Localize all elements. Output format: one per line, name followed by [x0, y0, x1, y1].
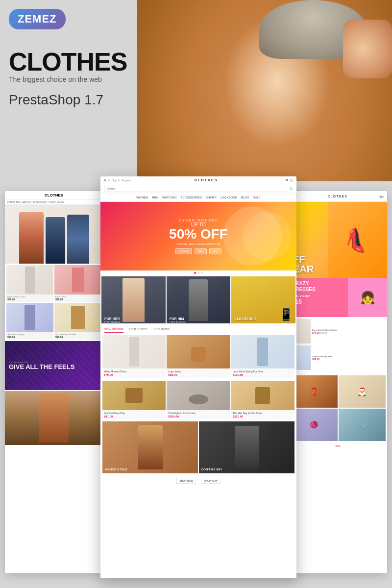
zemez-logo: ZEMEZ	[18, 13, 57, 25]
left-product-1: White Monaco Dress $78.00	[6, 265, 53, 302]
cat-sub-for-her: From 50 Items	[104, 320, 120, 323]
cat-for-her[interactable]: FOR HER From 50 Items	[101, 276, 166, 323]
product-card-1[interactable]: White Monaco Dress $79.00	[102, 335, 166, 378]
shop-now-btn-1[interactable]: SHOP NOW	[176, 478, 196, 484]
clothes-title-area: CLOTHES The biggest choice on the web Pr…	[9, 49, 127, 108]
center-img-winters-tale[interactable]: WINTER'S TALE	[102, 421, 198, 473]
center-top-logo: CLOTHES	[195, 178, 218, 182]
product-img-2	[167, 335, 230, 368]
hand-decoration	[343, 20, 392, 78]
product-name-4: Fashion Dress Bag	[104, 412, 164, 415]
cat-label-for-him: FOR HIM	[170, 317, 184, 320]
product-name-2: Logo Jeans	[168, 370, 228, 373]
menu-sale[interactable]: SALE	[253, 196, 260, 199]
menu-shirts[interactable]: SHIRTS	[206, 196, 217, 199]
left-product-img-3	[6, 303, 53, 332]
search-input[interactable]	[104, 186, 287, 192]
left-feels-section: BE DIFFERENT GIVE ALL THE FEELS	[5, 341, 103, 390]
left-product-img-4	[54, 303, 101, 332]
menu-blog[interactable]: BLOG	[241, 196, 249, 199]
dot-2[interactable]	[197, 272, 199, 274]
store-name: CLOTHES	[9, 49, 127, 74]
product-name-5: The Brighton For Income	[168, 412, 228, 415]
cat-sub-for-him: From 50 Items	[170, 320, 185, 323]
menu-women[interactable]: WOMEN	[136, 196, 148, 199]
left-logo: CLOTHES	[45, 193, 63, 197]
screen-right: ☎ ✉ CLOTHES ♡⇄🛒 👠 FFEAR 👧 CRAZYDRESSESGi…	[289, 191, 387, 573]
person-silhouette-3	[67, 215, 89, 264]
product-img-6	[231, 381, 294, 410]
cat-label-clearance: CLEARANCE	[234, 317, 256, 320]
shop-now-btn-2[interactable]: SHOP NOW	[201, 478, 220, 484]
search-button-mini[interactable]: 🔍	[290, 187, 293, 190]
menu-men[interactable]: MEN	[152, 196, 158, 199]
banner-btn-ads[interactable]: ADS	[209, 248, 221, 254]
right-logo: CLOTHES	[327, 195, 347, 198]
product-img-3	[231, 335, 294, 368]
platform-label: PrestaShop 1.7	[9, 92, 127, 108]
banner-btn-men[interactable]: MEN	[195, 248, 207, 254]
product-name-1: White Monaco Dress	[104, 370, 164, 373]
menu-watches[interactable]: WATCHES	[162, 196, 176, 199]
cat-clearance[interactable]: 📱 CLEARANCE	[231, 276, 295, 323]
left-product-grid: White Monaco Dress $78.00 Floral Dress $…	[5, 264, 103, 341]
product-price-3: $120.00	[233, 373, 293, 376]
dot-1[interactable]	[194, 272, 196, 274]
feels-headline: GIVE ALL THE FEELS	[9, 364, 99, 370]
center-top-bar: ☎ ✉ Sign In Register CLOTHES ♡ ⇄ 🛒	[100, 176, 296, 184]
winters-tale-label: WINTER'S TALE	[105, 468, 127, 471]
product-card-4[interactable]: Fashion Dress Bag $41.00	[102, 381, 166, 419]
left-product-4: NQ Freedom Embroider $90.00	[54, 303, 101, 340]
left-product-3: Maxi Floral Romper $60.00	[6, 303, 53, 340]
dot-3[interactable]	[201, 272, 203, 274]
tab-best-sellers[interactable]: Best Sellers	[129, 327, 147, 333]
product-card-5[interactable]: The Brighton For Income $204.00	[167, 381, 230, 419]
clothing-silhouette	[25, 267, 35, 294]
compare-icon: ⇄	[286, 178, 288, 182]
cart-icon: 🛒	[290, 178, 294, 182]
tab-sale-items[interactable]: Sale Items	[153, 327, 170, 333]
banner-discount: 50% OFF	[169, 227, 228, 241]
banner-cyber-tag: CYBER MONDAY	[169, 219, 228, 222]
left-screen-header: CLOTHES	[5, 191, 103, 200]
product-img-4	[102, 381, 166, 410]
cat-for-him[interactable]: FOR HIM From 50 Items	[167, 276, 231, 323]
product-img-1	[102, 335, 166, 368]
banner-dots	[100, 270, 296, 275]
clothing-silhouette-3	[24, 305, 35, 330]
right-photo-3: 🧶	[291, 409, 338, 441]
screens-container: CLOTHES WOMEN MEN WATCHES ACCESSORIES SH…	[5, 176, 387, 588]
menu-accessories[interactable]: ACCESSORIES	[181, 196, 202, 199]
left-product-img-2	[54, 265, 101, 294]
left-nav-mini: WOMEN MEN WATCHES ACCESSORIES SHIRTS LOO…	[5, 200, 103, 205]
cat-label-for-her: FOR HER	[104, 317, 120, 320]
center-bottom-images: WINTER'S TALE DON'T BE SHY	[100, 420, 296, 474]
store-tagline: The biggest choice on the web	[9, 75, 127, 83]
right-photo-1: 🧣	[291, 375, 338, 408]
right-favorites-label: rites.	[289, 442, 387, 449]
screen-left: CLOTHES WOMEN MEN WATCHES ACCESSORIES SH…	[5, 191, 103, 573]
right-hero-section: 👠 FFEAR	[289, 202, 387, 278]
banner-btn-women[interactable]: WOMEN	[175, 248, 192, 254]
right-price-2: $39.00	[312, 358, 385, 361]
product-img-5	[167, 381, 230, 410]
product-card-2[interactable]: Logo Jeans $55.00	[167, 335, 230, 378]
center-menu-bar: WOMEN MEN WATCHES ACCESSORIES SHIRTS LOO…	[100, 193, 296, 202]
product-card-3[interactable]: Lace White Spring For Bear $120.00	[231, 335, 294, 378]
search-bar: 🔍	[100, 184, 296, 193]
right-product-item-2[interactable]: Superior Stretchy Basic $39.00	[291, 345, 385, 370]
clothing-silhouette-2	[72, 268, 84, 292]
right-crazy-section: 👧 CRAZYDRESSESGirls & Baby $15	[289, 278, 387, 317]
tab-new-arrivals[interactable]: New arrivals	[104, 327, 123, 333]
person-figure	[39, 393, 69, 442]
menu-lookbook[interactable]: LOOKBOOK	[220, 196, 237, 199]
product-card-6[interactable]: The Ellie Bag by The Alone $220.00	[231, 381, 294, 419]
center-top-icons: ♡ ⇄ 🛒	[281, 178, 294, 182]
product-price-1: $79.00	[104, 373, 164, 376]
center-img-dont-be-shy[interactable]: DON'T BE SHY	[199, 421, 294, 473]
wishlist-icon: ♡	[281, 178, 284, 182]
person-silhouette-1	[19, 212, 44, 264]
left-bottom-person	[5, 391, 103, 445]
right-heel-photo: 👠	[328, 202, 387, 278]
right-product-item-1[interactable]: Dress Shirt By Anja Clothing $79.20 $100…	[291, 319, 385, 343]
